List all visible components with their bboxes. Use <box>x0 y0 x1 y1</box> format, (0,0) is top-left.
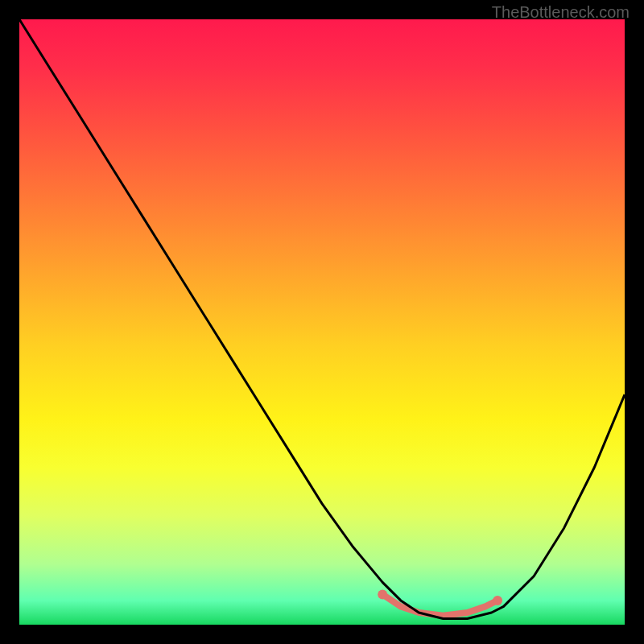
watermark-text: TheBottleneck.com <box>492 3 630 22</box>
bottleneck-curve <box>19 19 625 619</box>
svg-point-1 <box>493 596 502 605</box>
plot-frame <box>19 19 625 625</box>
svg-point-0 <box>378 589 387 599</box>
chart-svg <box>19 19 625 625</box>
optimal-segment <box>378 589 502 615</box>
